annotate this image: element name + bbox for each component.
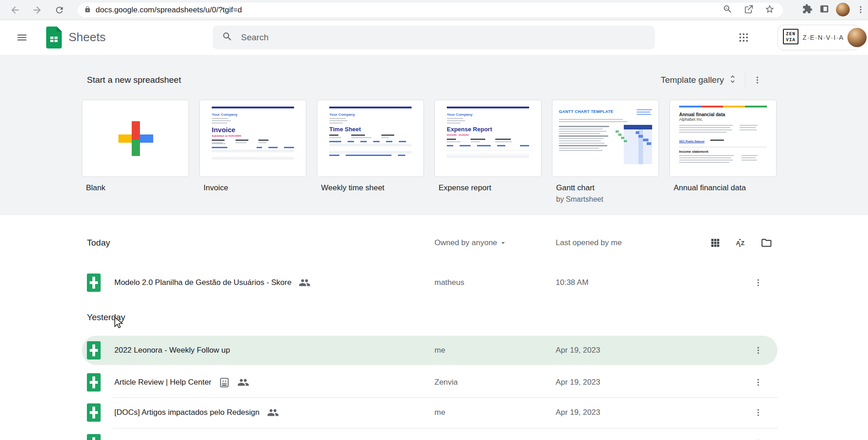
template-gallery-button[interactable]: Template gallery: [661, 74, 738, 86]
file-owner: Zenvia: [434, 378, 458, 387]
zoom-out-icon[interactable]: [723, 4, 733, 16]
spreadsheet-file-icon: [87, 373, 101, 393]
spreadsheet-file-icon: [87, 434, 101, 440]
svg-text:ZEN: ZEN: [786, 32, 795, 37]
dropdown-caret-icon: [499, 239, 507, 247]
browser-profile-avatar[interactable]: [836, 3, 850, 16]
spreadsheet-file-icon: [87, 341, 101, 361]
row-menu-icon[interactable]: [750, 404, 766, 421]
main-menu-icon[interactable]: [12, 27, 32, 48]
last-opened-label: Last opened by me: [556, 238, 622, 247]
account-org-name: Z·E·N·V·I·A: [803, 34, 844, 41]
owner-filter-dropdown[interactable]: Owned by anyone: [434, 238, 507, 247]
file-row[interactable]: [DOCs] Artigos impactados pelo Redesign …: [82, 398, 777, 427]
svg-text:Z: Z: [741, 240, 745, 247]
lock-icon[interactable]: [84, 6, 91, 15]
sort-az-icon[interactable]: A Z: [734, 236, 747, 249]
side-panel-icon[interactable]: [819, 4, 830, 16]
template-section: Start a new spreadsheet Template gallery: [0, 55, 868, 215]
template-gantt-chart[interactable]: GANTT CHART TEMPLATE: [552, 100, 659, 177]
file-opened: Apr 19, 2023: [556, 378, 600, 387]
row-menu-icon[interactable]: [750, 274, 766, 291]
file-opened: Apr 19, 2023: [556, 408, 600, 417]
shared-people-icon: [237, 376, 249, 388]
template-label: Invoice: [204, 183, 306, 193]
file-row[interactable]: Modelo 2.0 Planilha de Gestão de Usuário…: [82, 268, 777, 297]
zenvia-logo-icon: ZEN VIA: [782, 28, 799, 47]
search-bar[interactable]: [213, 26, 655, 49]
sheets-logo-icon[interactable]: [46, 27, 62, 50]
file-title: 2022 Leonora - Weekly Follow up: [114, 346, 230, 355]
search-icon: [222, 31, 233, 44]
chrome-menu-icon[interactable]: [856, 5, 865, 14]
folder-icon[interactable]: [760, 236, 773, 249]
file-list-section: Today Owned by anyone Last opened by me …: [0, 215, 868, 440]
svg-text:VIA: VIA: [786, 38, 795, 43]
account-card[interactable]: ZEN VIA Z·E·N·V·I·A: [777, 25, 860, 50]
grid-view-icon[interactable]: [709, 236, 722, 249]
file-title: Article Review | Help Center: [114, 378, 211, 387]
gantt-thumbnail: GANTT CHART TEMPLATE: [559, 109, 652, 177]
template-label: Annual financial data: [674, 183, 777, 193]
browser-reload-icon[interactable]: [53, 4, 66, 16]
file-row-highlighted[interactable]: 2022 Leonora - Weekly Follow up me Apr 1…: [82, 336, 777, 365]
app-title: Sheets: [69, 30, 106, 44]
row-menu-icon[interactable]: [750, 374, 766, 391]
template-label: Weekly time sheet: [321, 183, 424, 193]
template-annual-financial-data[interactable]: Annual financial data Alphabet Inc. SEC …: [670, 100, 777, 177]
file-title: Modelo 2.0 Planilha de Gestão de Usuário…: [114, 278, 291, 287]
extensions-icon[interactable]: [802, 4, 813, 16]
browser-back-icon[interactable]: [9, 4, 21, 16]
unfold-more-icon: [728, 74, 738, 86]
section-heading-today: Today: [87, 238, 110, 248]
file-owner: matheus: [434, 278, 464, 287]
plus-icon: [118, 121, 153, 156]
file-owner: me: [434, 346, 445, 355]
row-menu-icon[interactable]: [750, 342, 766, 359]
template-gallery-label: Template gallery: [661, 75, 724, 85]
file-owner: me: [434, 408, 445, 417]
template-section-title: Start a new spreadsheet: [87, 75, 181, 85]
row-menu-icon[interactable]: [750, 435, 766, 440]
template-sublabel: by Smartsheet: [556, 195, 659, 204]
template-label: Blank: [86, 183, 189, 193]
section-heading-yesterday: Yesterday: [87, 312, 782, 322]
template-blank[interactable]: [82, 100, 189, 177]
template-section-menu-icon[interactable]: [753, 75, 762, 85]
file-title: [DOCs] Artigos impactados pelo Redesign: [114, 408, 260, 417]
file-opened: 10:38 AM: [556, 278, 589, 287]
template-label: Expense report: [439, 183, 541, 193]
share-icon[interactable]: [744, 4, 754, 16]
file-row-partial[interactable]: [Attention] Artigos impactados pelo rede…: [82, 429, 777, 440]
bookmark-star-icon[interactable]: [765, 4, 775, 16]
spreadsheet-file-icon: [87, 403, 101, 424]
browser-forward-icon[interactable]: [31, 4, 43, 16]
file-list-header: Today Owned by anyone Last opened by me …: [82, 232, 777, 254]
template-label: Gantt chart: [556, 183, 659, 193]
browser-toolbar: docs.google.com/spreadsheets/u/0/?tgif=d: [0, 0, 868, 20]
file-opened: Apr 19, 2023: [556, 346, 600, 355]
spreadsheet-file-icon: [87, 274, 101, 294]
expense-report-thumbnail: Your Company Expense Report 01/01/20 - 0…: [447, 107, 529, 177]
app-header: Sheets ZEN VIA Z·E·N·V·I·A: [0, 20, 868, 55]
template-weekly-time-sheet[interactable]: Your Company Time Sheet: [317, 100, 424, 177]
template-expense-report[interactable]: Your Company Expense Report 01/01/20 - 0…: [434, 100, 541, 177]
divider: [745, 73, 745, 87]
account-avatar[interactable]: [847, 28, 867, 47]
url-text: docs.google.com/spreadsheets/u/0/?tgif=d: [96, 5, 242, 15]
address-bar[interactable]: docs.google.com/spreadsheets/u/0/?tgif=d: [78, 3, 783, 17]
svg-text:A: A: [736, 240, 740, 247]
shared-people-icon: [299, 277, 311, 289]
time-sheet-thumbnail: Your Company Time Sheet: [329, 107, 412, 177]
template-invoice[interactable]: Your Company Invoice Submitted on 01/01/…: [199, 100, 306, 177]
invoice-thumbnail: Your Company Invoice Submitted on 01/01/…: [212, 107, 294, 177]
file-row[interactable]: Article Review | Help Center Zenvia Apr …: [82, 368, 777, 397]
shared-people-icon: [267, 407, 279, 419]
google-apps-grid-icon[interactable]: [734, 28, 753, 47]
annual-financial-thumbnail: Annual financial data Alphabet Inc. SEC …: [679, 106, 767, 177]
badge-icon: [219, 377, 230, 388]
search-input[interactable]: [241, 32, 646, 43]
